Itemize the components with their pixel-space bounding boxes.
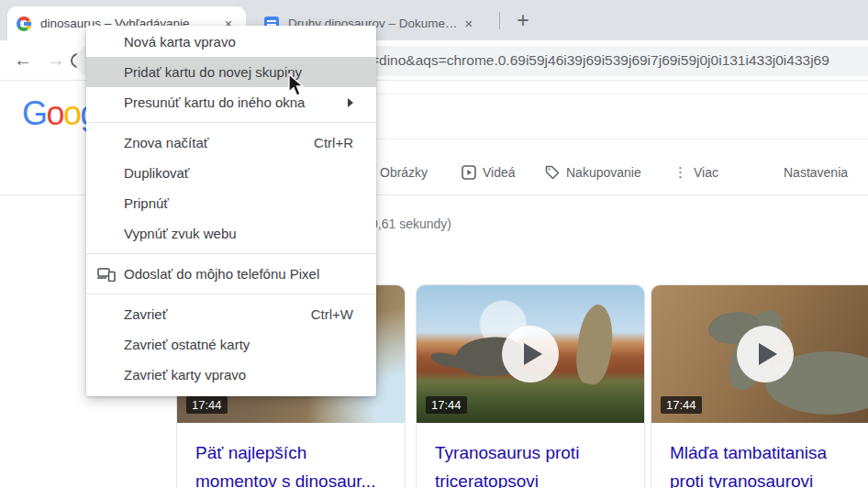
- menu-item-send-to-pixel-phone[interactable]: Odoslať do môjho telefónu Pixel: [86, 259, 376, 289]
- video-card[interactable]: 17:44 Tyranosaurus proti triceratopsovi: [416, 284, 645, 488]
- search-tab-viac[interactable]: ⋮ Viac: [673, 163, 718, 182]
- video-title-link[interactable]: Päť najlepších momentov s dinosaur...: [177, 423, 405, 488]
- search-tab-label: Viac: [694, 165, 718, 180]
- video-title-line: momentov s dinosaur...: [195, 467, 386, 488]
- video-thumbnail[interactable]: 17:44: [651, 285, 868, 423]
- forward-icon: →: [44, 48, 68, 72]
- new-tab-button[interactable]: +: [510, 7, 536, 33]
- menu-item-label: Vypnúť zvuk webu: [124, 226, 237, 241]
- menu-item-label: Duplikovať: [124, 165, 190, 181]
- video-duration-badge: 17:44: [661, 396, 702, 414]
- menu-item-label: Pripnúť: [124, 195, 169, 211]
- play-triangle: [759, 343, 777, 365]
- menu-item-accelerator: Ctrl+W: [311, 306, 353, 322]
- search-tab-label: Obrázky: [380, 165, 428, 180]
- menu-item-accelerator: Ctrl+R: [314, 135, 353, 150]
- video-title-line: Tyranosaurus proti: [435, 438, 626, 467]
- google-favicon-icon: [17, 17, 31, 31]
- menu-item-label: Zavrieť ostatné karty: [124, 337, 250, 352]
- play-triangle: [524, 343, 542, 365]
- search-tab-nakupovanie[interactable]: Nakupovanie: [545, 163, 641, 182]
- menu-item-close[interactable]: Zavrieť Ctrl+W: [86, 299, 376, 329]
- close-tab-icon[interactable]: ×: [461, 16, 477, 32]
- tab-context-menu: Nová karta vpravo Pridať kartu do novej …: [86, 26, 376, 396]
- video-duration-badge: 17:44: [426, 396, 467, 414]
- menu-item-duplicate[interactable]: Duplikovať: [86, 158, 376, 188]
- menu-item-mute-site[interactable]: Vypnúť zvuk webu: [86, 218, 376, 249]
- menu-item-label: Nová karta vpravo: [124, 34, 236, 50]
- menu-item-new-tab-right[interactable]: Nová karta vpravo: [86, 27, 376, 57]
- back-icon[interactable]: ←: [11, 48, 35, 72]
- submenu-arrow-icon: [348, 98, 353, 107]
- search-tab-label: Nastavenia: [784, 165, 848, 180]
- video-icon: [462, 165, 476, 180]
- video-title-line: proti tyranosaurovi: [670, 467, 861, 488]
- menu-item-label: Znova načítať: [124, 135, 208, 150]
- result-stats: 0,61 sekundy): [371, 216, 451, 231]
- devices-icon: [97, 267, 116, 282]
- menu-item-label: Zavrieť: [124, 306, 167, 322]
- search-tab-label: Nakupovanie: [566, 165, 641, 180]
- menu-separator: [86, 294, 376, 294]
- search-tab-label: Videá: [483, 165, 516, 180]
- browser-window: dinosaurus – Vyhľadávanie × Druhy dinosa…: [0, 0, 868, 488]
- menu-item-add-tab-to-new-group[interactable]: Pridať kartu do novej skupiny: [86, 57, 376, 87]
- menu-item-label: Presunúť kartu do iného okna: [124, 94, 305, 110]
- menu-item-reload[interactable]: Znova načítať Ctrl+R: [86, 128, 376, 158]
- menu-item-close-tabs-right[interactable]: Zavrieť karty vpravo: [86, 360, 376, 390]
- logo-letter: o: [47, 94, 64, 132]
- menu-separator: [86, 253, 376, 254]
- logo-letter: G: [22, 94, 47, 132]
- menu-item-pin[interactable]: Pripnúť: [86, 188, 376, 218]
- more-vert-icon: ⋮: [673, 164, 687, 181]
- video-title-line: triceratopsovi: [435, 467, 626, 488]
- menu-item-label: Pridať kartu do novej skupiny: [124, 64, 302, 80]
- video-duration-badge: 17:44: [186, 396, 228, 414]
- menu-item-move-tab-to-another-window[interactable]: Presunúť kartu do iného okna: [86, 87, 376, 117]
- menu-item-label: Zavrieť karty vpravo: [124, 367, 246, 383]
- url-text: =dino&aqs=chrome.0.69i59j46i39j69i539j69…: [371, 52, 829, 69]
- video-title-link[interactable]: Tyranosaurus proti triceratopsovi: [417, 423, 644, 488]
- menu-item-label: Odoslať do môjho telefónu Pixel: [124, 266, 319, 282]
- tag-icon: [545, 165, 560, 180]
- tab-separator: [499, 12, 500, 29]
- dinosaur-silhouette: [573, 303, 618, 386]
- video-card[interactable]: 17:44 Mláďa tambatitanisa proti tyranosa…: [651, 284, 868, 488]
- play-icon[interactable]: [737, 326, 794, 383]
- menu-separator: [86, 122, 376, 123]
- mouse-cursor: [287, 73, 307, 101]
- video-title-link[interactable]: Mláďa tambatitanisa proti tyranosaurovi: [651, 423, 868, 488]
- video-thumbnail[interactable]: 17:44: [417, 285, 644, 423]
- play-icon[interactable]: [502, 326, 559, 383]
- search-tab-nastavenia[interactable]: Nastavenia: [784, 163, 848, 182]
- search-tab-videa[interactable]: Videá: [462, 163, 516, 182]
- menu-item-close-other-tabs[interactable]: Zavrieť ostatné karty: [86, 329, 376, 360]
- video-title-line: Päť najlepších: [195, 438, 386, 467]
- search-tab-obrazky[interactable]: Obrázky: [380, 163, 428, 182]
- logo-letter: o: [63, 94, 81, 132]
- video-title-line: Mláďa tambatitanisa: [670, 438, 861, 467]
